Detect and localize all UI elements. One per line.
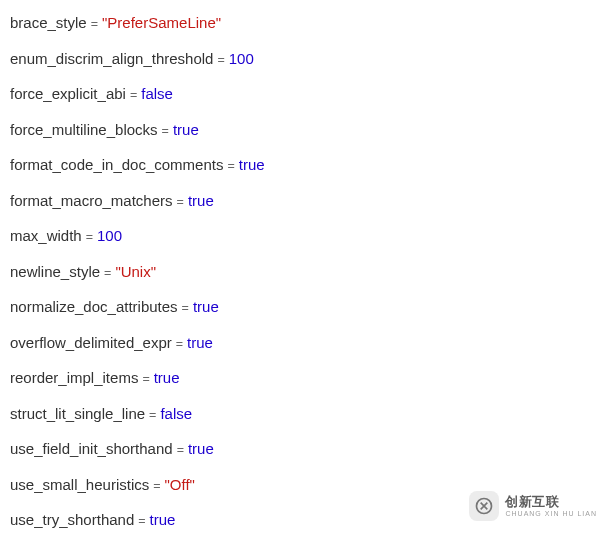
- config-value: true: [173, 121, 199, 138]
- config-line: newline_style="Unix": [10, 261, 595, 283]
- config-key: newline_style: [10, 263, 100, 280]
- equals-sign: =: [172, 337, 187, 351]
- config-value: true: [187, 334, 213, 351]
- config-key: overflow_delimited_expr: [10, 334, 172, 351]
- equals-sign: =: [213, 53, 228, 67]
- config-line: overflow_delimited_expr=true: [10, 332, 595, 354]
- config-value: 100: [229, 50, 254, 67]
- config-line: brace_style="PreferSameLine": [10, 12, 595, 34]
- config-line: reorder_impl_items=true: [10, 367, 595, 389]
- config-key: max_width: [10, 227, 82, 244]
- equals-sign: =: [138, 372, 153, 386]
- equals-sign: =: [134, 514, 149, 528]
- equals-sign: =: [145, 408, 160, 422]
- config-value: true: [150, 511, 176, 528]
- config-key: brace_style: [10, 14, 87, 31]
- watermark: 创新互联 CHUANG XIN HU LIAN: [469, 491, 597, 521]
- config-key: use_field_init_shorthand: [10, 440, 173, 457]
- equals-sign: =: [173, 443, 188, 457]
- config-value: "Unix": [115, 263, 156, 280]
- config-value: "PreferSameLine": [102, 14, 221, 31]
- config-line: force_multiline_blocks=true: [10, 119, 595, 141]
- config-key: format_code_in_doc_comments: [10, 156, 223, 173]
- equals-sign: =: [223, 159, 238, 173]
- config-value: false: [160, 405, 192, 422]
- equals-sign: =: [178, 301, 193, 315]
- config-key: struct_lit_single_line: [10, 405, 145, 422]
- config-line: enum_discrim_align_threshold=100: [10, 48, 595, 70]
- config-value: 100: [97, 227, 122, 244]
- equals-sign: =: [158, 124, 173, 138]
- config-line: force_explicit_abi=false: [10, 83, 595, 105]
- config-value: true: [154, 369, 180, 386]
- equals-sign: =: [87, 17, 102, 31]
- config-value: true: [239, 156, 265, 173]
- config-value: true: [188, 440, 214, 457]
- config-line: format_macro_matchers=true: [10, 190, 595, 212]
- config-value: "Off": [165, 476, 195, 493]
- watermark-main-text: 创新互联: [505, 495, 597, 508]
- config-line: normalize_doc_attributes=true: [10, 296, 595, 318]
- config-key: enum_discrim_align_threshold: [10, 50, 213, 67]
- equals-sign: =: [149, 479, 164, 493]
- config-line: struct_lit_single_line=false: [10, 403, 595, 425]
- equals-sign: =: [126, 88, 141, 102]
- equals-sign: =: [100, 266, 115, 280]
- config-key: reorder_impl_items: [10, 369, 138, 386]
- config-key: use_try_shorthand: [10, 511, 134, 528]
- watermark-sub-text: CHUANG XIN HU LIAN: [505, 510, 597, 517]
- config-value: true: [193, 298, 219, 315]
- config-line: format_code_in_doc_comments=true: [10, 154, 595, 176]
- config-code-block: brace_style="PreferSameLine"enum_discrim…: [10, 12, 595, 531]
- config-value: false: [141, 85, 173, 102]
- config-key: format_macro_matchers: [10, 192, 173, 209]
- config-line: use_field_init_shorthand=true: [10, 438, 595, 460]
- equals-sign: =: [173, 195, 188, 209]
- config-value: true: [188, 192, 214, 209]
- config-key: use_small_heuristics: [10, 476, 149, 493]
- config-key: force_explicit_abi: [10, 85, 126, 102]
- watermark-logo-icon: [469, 491, 499, 521]
- config-key: force_multiline_blocks: [10, 121, 158, 138]
- equals-sign: =: [82, 230, 97, 244]
- config-key: normalize_doc_attributes: [10, 298, 178, 315]
- config-line: max_width=100: [10, 225, 595, 247]
